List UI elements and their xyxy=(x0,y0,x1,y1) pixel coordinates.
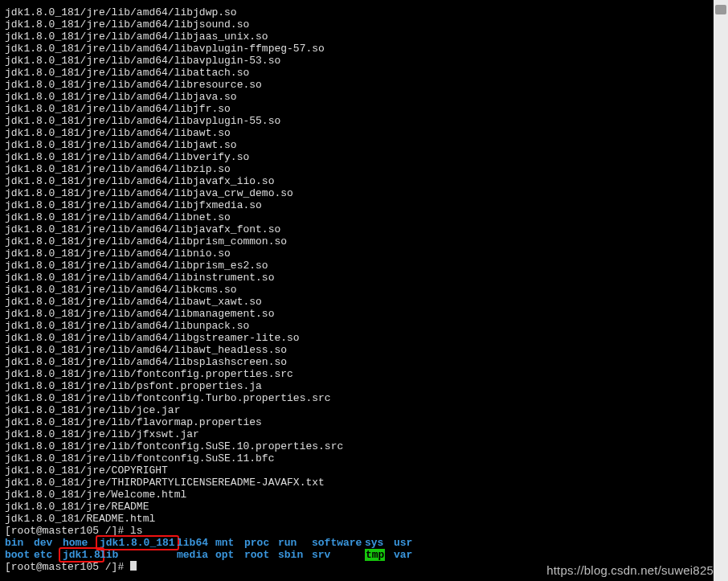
ls-entry: media xyxy=(177,549,208,561)
output-line: jdk1.8.0_181/jre/lib/amd64/libjfr.so xyxy=(5,103,723,115)
output-line: jdk1.8.0_181/jre/lib/amd64/libjavafx_fon… xyxy=(5,223,723,235)
output-line: jdk1.8.0_181/README.html xyxy=(5,513,723,525)
output-line: jdk1.8.0_181/jre/lib/psfont.properties.j… xyxy=(5,380,723,392)
output-line: jdk1.8.0_181/jre/lib/amd64/libnio.so xyxy=(5,248,723,260)
output-line: jdk1.8.0_181/jre/lib/jce.jar xyxy=(5,404,723,416)
ls-row-1: bindevhomejdk1.8.0_181lib64mntprocrunsof… xyxy=(5,537,723,549)
ls-row-2: bootetcjdk1.8libmediaoptrootsbinsrvtmpva… xyxy=(5,549,723,561)
ls-entry: bin xyxy=(5,537,23,549)
output-line: jdk1.8.0_181/jre/lib/amd64/libjfxmedia.s… xyxy=(5,199,723,211)
output-line: jdk1.8.0_181/jre/lib/fontconfig.properti… xyxy=(5,368,723,380)
output-line: jdk1.8.0_181/jre/lib/amd64/libjavafx_iio… xyxy=(5,175,723,187)
ls-entry: usr xyxy=(394,537,412,549)
output-line: jdk1.8.0_181/jre/lib/amd64/libzip.so xyxy=(5,163,723,175)
output-line: jdk1.8.0_181/jre/THIRDPARTYLICENSEREADME… xyxy=(5,477,723,489)
ls-entry: proc xyxy=(244,537,269,549)
output-line: jdk1.8.0_181/jre/lib/amd64/libnet.so xyxy=(5,211,723,223)
output-line: jdk1.8.0_181/jre/README xyxy=(5,501,723,513)
watermark: https://blog.csdn.net/suwei825 xyxy=(546,564,714,576)
scroll-thumb[interactable] xyxy=(715,5,726,14)
ls-entry: boot xyxy=(5,549,30,561)
output-line: jdk1.8.0_181/jre/lib/amd64/libprism_es2.… xyxy=(5,260,723,272)
output-line: jdk1.8.0_181/jre/lib/amd64/libawt_headle… xyxy=(5,344,723,356)
ls-entry: root xyxy=(244,549,269,561)
terminal-window[interactable]: jdk1.8.0_181/jre/lib/amd64/libjdwp.sojdk… xyxy=(0,0,728,581)
output-line: jdk1.8.0_181/jre/lib/jfxswt.jar xyxy=(5,428,723,440)
output-line: jdk1.8.0_181/jre/lib/amd64/libprism_comm… xyxy=(5,235,723,248)
output-line: jdk1.8.0_181/jre/lib/amd64/libavplugin-5… xyxy=(5,115,723,127)
ls-entry: lib xyxy=(100,549,118,561)
ls-entry: etc xyxy=(34,549,52,561)
output-line: jdk1.8.0_181/jre/lib/amd64/libjaas_unix.… xyxy=(5,31,723,43)
ls-entry: opt xyxy=(215,549,234,561)
ls-entry: dev xyxy=(34,537,52,549)
ls-entry: tmp xyxy=(365,549,385,561)
output-line: jdk1.8.0_181/jre/lib/amd64/libjsound.so xyxy=(5,18,723,31)
output-line: jdk1.8.0_181/jre/lib/flavormap.propertie… xyxy=(5,416,723,428)
output-line: jdk1.8.0_181/jre/lib/amd64/libsplashscre… xyxy=(5,356,723,368)
output-line: jdk1.8.0_181/jre/lib/amd64/libunpack.so xyxy=(5,320,723,332)
output-line: jdk1.8.0_181/jre/lib/amd64/libawt_xawt.s… xyxy=(5,296,723,308)
output-line: jdk1.8.0_181/jre/lib/amd64/libinstrument… xyxy=(5,272,723,284)
ls-entry: sbin xyxy=(278,549,303,561)
output-line: jdk1.8.0_181/jre/lib/amd64/libawt.so xyxy=(5,127,723,139)
scrollbar[interactable] xyxy=(714,0,728,581)
ls-entry: mnt xyxy=(215,537,234,549)
output-line: jdk1.8.0_181/jre/lib/amd64/libjawt.so xyxy=(5,139,723,151)
terminal-output: jdk1.8.0_181/jre/lib/amd64/libjdwp.sojdk… xyxy=(0,0,728,573)
output-line: jdk1.8.0_181/jre/lib/amd64/libjdwp.so xyxy=(5,6,723,18)
ls-entry: software xyxy=(312,537,362,549)
output-line: jdk1.8.0_181/jre/lib/amd64/libjava.so xyxy=(5,91,723,103)
output-line: jdk1.8.0_181/jre/lib/amd64/libverify.so xyxy=(5,151,723,163)
output-line: jdk1.8.0_181/jre/lib/fontconfig.SuSE.10.… xyxy=(5,440,723,452)
output-line: jdk1.8.0_181/jre/COPYRIGHT xyxy=(5,464,723,477)
ls-entry: sys xyxy=(365,537,383,549)
ls-entry: var xyxy=(394,549,412,561)
output-line: jdk1.8.0_181/jre/lib/fontconfig.SuSE.11.… xyxy=(5,452,723,464)
output-line: jdk1.8.0_181/jre/lib/amd64/libattach.so xyxy=(5,67,723,79)
ls-entry: srv xyxy=(312,549,330,561)
output-line: jdk1.8.0_181/jre/lib/amd64/libresource.s… xyxy=(5,79,723,91)
output-line: jdk1.8.0_181/jre/lib/amd64/libjava_crw_d… xyxy=(5,187,723,199)
cursor xyxy=(130,561,137,571)
output-line: jdk1.8.0_181/jre/lib/amd64/libavplugin-f… xyxy=(5,43,723,55)
output-line: jdk1.8.0_181/jre/Welcome.html xyxy=(5,489,723,501)
output-line: jdk1.8.0_181/jre/lib/amd64/libkcms.so xyxy=(5,284,723,296)
prompt: [root@master105 /]# xyxy=(5,561,130,573)
output-line: jdk1.8.0_181/jre/lib/fontconfig.Turbo.pr… xyxy=(5,392,723,404)
output-line: jdk1.8.0_181/jre/lib/amd64/libgstreamer-… xyxy=(5,332,723,344)
output-line: jdk1.8.0_181/jre/lib/amd64/libavplugin-5… xyxy=(5,55,723,67)
ls-entry: run xyxy=(278,537,297,549)
output-line: jdk1.8.0_181/jre/lib/amd64/libmanagement… xyxy=(5,308,723,320)
ls-entry: lib64 xyxy=(177,537,208,549)
